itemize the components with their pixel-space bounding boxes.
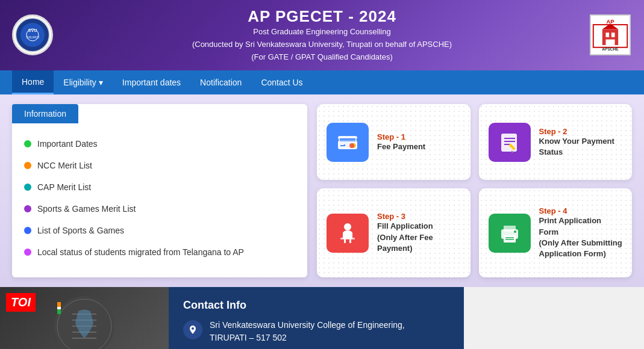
svg-rect-10 [611,32,615,37]
list-item[interactable]: Sports & Games Merit List [24,198,295,220]
contact-panel: Contact Info Sri Venkateswara University… [169,287,464,349]
header-title-block: AP PGECET - 2024 Post Graduate Engineeri… [192,7,452,63]
svg-point-37 [514,230,516,233]
list-item[interactable]: List of Sports & Games [24,220,295,241]
step-2-card[interactable]: Step - 2 Know Your Payment Status [479,104,633,180]
subtitle1: Post Graduate Engineering Counselling [192,26,452,39]
nav-home[interactable]: Home [12,70,54,94]
svg-rect-18 [339,140,356,142]
svg-point-1 [20,23,45,47]
bullet-dot [24,205,31,212]
nav-contact-us[interactable]: Contact Us [251,70,312,94]
fill-application-icon [336,221,360,245]
list-item[interactable]: Local status of students migrated from T… [24,241,295,263]
contact-address-row: Sri Venkateswara University College of E… [183,319,449,344]
toi-banner: TOI [0,287,169,349]
step-4-icon-wrap [489,214,531,253]
svg-rect-29 [340,238,355,239]
step-1-text: Step - 1 Fee Payment [377,132,425,152]
step-4-text: Step - 4 Print Application Form (Only Af… [539,206,623,259]
svg-point-21 [349,143,354,148]
nav-notification[interactable]: Notification [190,70,251,94]
bullet-dot [24,227,31,234]
subtitle2: (Conducted by Sri Venkateswara Universit… [192,39,452,51]
info-panel: Information Important Dates NCC Merit Li… [12,104,307,277]
nav-important-dates[interactable]: Important dates [113,70,190,94]
bullet-dot [24,162,31,169]
apsche-logo: AP APSCHE [590,14,632,57]
step-1-card[interactable]: Step - 1 Fee Payment [317,104,470,180]
toi-label: TOI [6,293,36,312]
svg-text:APSCHE: APSCHE [602,47,619,51]
svg-rect-19 [340,144,344,145]
svg-rect-47 [57,309,61,314]
list-item[interactable]: CAP Merit List [24,176,295,198]
dropdown-arrow-icon: ▾ [99,78,103,87]
payment-icon [336,130,360,154]
list-item[interactable]: Important Dates [24,133,295,155]
steps-grid: Step - 1 Fee Payment Step - 2 Know Yo [317,104,632,277]
contact-title: Contact Info [183,299,449,312]
step-1-icon-wrap [327,123,369,162]
bullet-dot [24,184,31,191]
print-icon [498,221,522,245]
bottom-section: TOI Contact [0,287,644,349]
main-title: AP PGECET - 2024 [192,7,452,26]
svg-rect-31 [349,239,351,243]
step-2-text: Step - 2 Know Your Payment Status [539,127,623,158]
info-list: Important Dates NCC Merit List CAP Merit… [12,123,307,273]
header: SVU TIRUPATI AP PGECET - 2024 Post Gradu… [0,0,644,70]
svg-rect-34 [504,235,516,242]
step-2-icon-wrap [489,123,531,162]
location-icon [183,320,202,339]
bullet-dot [24,140,31,147]
list-item[interactable]: NCC Merit List [24,155,295,176]
check-status-icon [498,130,522,154]
university-logo: SVU TIRUPATI [12,14,54,57]
step-4-card[interactable]: Step - 4 Print Application Form (Only Af… [479,188,633,277]
step-3-text: Step - 3 Fill Application (Only After Fe… [377,212,461,254]
info-tab: Information [12,104,78,123]
step-3-card[interactable]: Step - 3 Fill Application (Only After Fe… [317,188,470,277]
bullet-dot [24,249,31,256]
svg-rect-46 [57,307,61,309]
svg-rect-30 [344,239,346,243]
svg-rect-9 [605,32,609,37]
main-content: Information Important Dates NCC Merit Li… [0,94,644,287]
contact-address: Sri Venkateswara University College of E… [210,319,405,344]
svg-rect-11 [605,39,614,45]
step-3-icon-wrap [327,214,369,253]
navbar: Home Eligibility ▾ Important dates Notif… [0,70,644,94]
nav-eligibility[interactable]: Eligibility ▾ [54,70,112,94]
svg-point-28 [344,223,351,230]
svg-rect-33 [504,226,516,232]
subtitle3: (For GATE / GPAT Qualified Candidates) [192,51,452,64]
